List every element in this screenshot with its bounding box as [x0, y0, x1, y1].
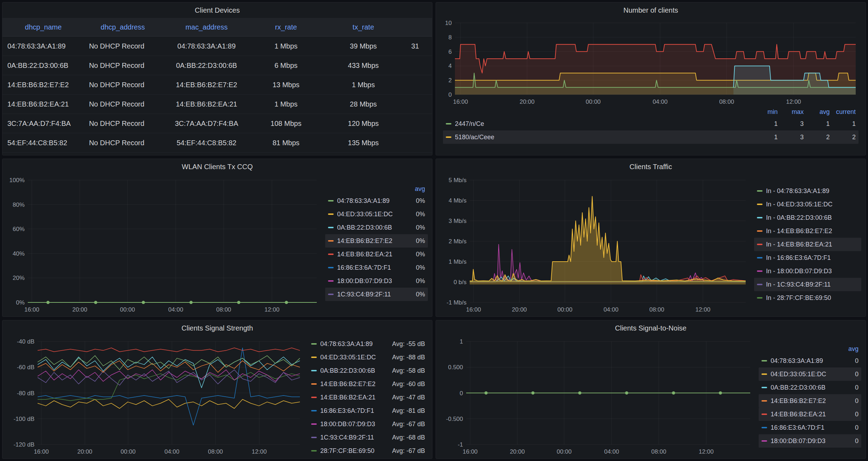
- series-label[interactable]: In - 28:7F:CF:BE:69:50: [766, 294, 831, 302]
- series-label[interactable]: 14:EB:B6:B2:EA:21: [771, 411, 826, 418]
- legend-row[interactable]: In - 1C:93:C4:B9:2F:11: [754, 278, 861, 291]
- number-of-clients-legend: minmaxavgcurrent2447/n/Ce13115180/ac/Cee…: [441, 107, 861, 144]
- legend-header-col[interactable]: avg: [840, 345, 859, 353]
- series-label[interactable]: 18:00:DB:07:D9:D3: [320, 421, 392, 428]
- legend-row[interactable]: In - 14:EB:B6:B2:EA:21: [754, 238, 861, 251]
- series-label[interactable]: 28:7F:CF:BE:69:50: [320, 447, 392, 455]
- x-axis-label: 00:00: [121, 448, 136, 455]
- legend-row[interactable]: 14:EB:B6:B2:E7:E2Avg: -60 dB: [308, 377, 428, 391]
- series-label[interactable]: In - 14:EB:B6:B2:E7:E2: [766, 228, 832, 235]
- series-label[interactable]: 16:86:E3:6A:7D:F1: [320, 407, 392, 415]
- series-label[interactable]: 16:86:E3:6A:7D:F1: [771, 424, 824, 431]
- legend-header-col[interactable]: current: [830, 108, 856, 116]
- panel-title-signal-strength[interactable]: Clients Signal Strength: [2, 320, 432, 336]
- series-label[interactable]: 2447/n/Ce: [455, 120, 484, 128]
- legend-row[interactable]: 16:86:E3:6A:7D:F1Avg: -81 dB: [308, 404, 428, 417]
- legend-row[interactable]: 1C:93:C4:B9:2F:11Avg: -68 dB: [308, 431, 428, 444]
- series-label[interactable]: 14:EB:B6:B2:EA:21: [337, 251, 392, 258]
- legend-row[interactable]: 16:86:E3:6A:7D:F10: [759, 421, 861, 434]
- legend-row[interactable]: 14:EB:B6:B2:EA:21Avg: -47 dB: [308, 391, 428, 404]
- legend-row[interactable]: 16:86:E3:6A:7D:F10%: [325, 261, 428, 274]
- legend-row[interactable]: 04:78:63:3A:A1:890: [759, 354, 861, 367]
- legend-row[interactable]: 14:EB:B6:B2:E7:E20%: [325, 234, 428, 248]
- panel-snr: Clients Signal-to-Noise -1-0.50000.50011…: [436, 320, 866, 459]
- legend-row[interactable]: 18:00:DB:07:D9:D3Avg: -67 dB: [308, 417, 428, 431]
- number-of-clients-chart[interactable]: 024681016:0020:0000:0004:0008:0012:00: [441, 18, 861, 107]
- table-header-cell[interactable]: dhcp_address: [84, 18, 161, 36]
- legend-header-col[interactable]: avg: [804, 108, 830, 116]
- legend-row[interactable]: In - 14:EB:B6:B2:E7:E2: [754, 224, 861, 238]
- legend-header-col[interactable]: max: [778, 108, 804, 116]
- series-label[interactable]: 14:EB:B6:B2:E7:E2: [337, 237, 392, 245]
- legend-row[interactable]: 0A:BB:22:D3:00:6B0%: [325, 221, 428, 234]
- clients-traffic-chart[interactable]: -1 Mb/s0 b/s1 Mb/s2 Mb/s3 Mb/s4 Mb/s5 Mb…: [438, 175, 751, 314]
- legend-row[interactable]: In - 04:ED:33:05:1E:DC: [754, 198, 861, 211]
- series-label[interactable]: 14:EB:B6:B2:E7:E2: [320, 380, 392, 388]
- series-label[interactable]: 04:78:63:3A:A1:89: [320, 340, 392, 348]
- legend-row[interactable]: In - 18:00:DB:07:D9:D3: [754, 264, 861, 278]
- series-label[interactable]: 1C:93:C4:B9:2F:11: [337, 291, 391, 298]
- series-label[interactable]: 5180/ac/Ceee: [455, 134, 494, 141]
- series-label[interactable]: 16:86:E3:6A:7D:F1: [337, 264, 391, 271]
- series-label[interactable]: In - 18:00:DB:07:D9:D3: [766, 268, 832, 275]
- series-label[interactable]: In - 04:78:63:3A:A1:89: [766, 187, 829, 195]
- series-label[interactable]: In - 14:EB:B6:B2:EA:21: [766, 241, 832, 248]
- legend-row[interactable]: 14:EB:B6:B2:EA:210: [759, 408, 861, 421]
- legend-row[interactable]: 14:EB:B6:B2:EA:210%: [325, 248, 428, 261]
- legend-row[interactable]: 18:00:DB:07:D9:D30%: [325, 274, 428, 288]
- signal-strength-chart[interactable]: -40 dB-60 dB-80 dB-100 dB-120 dB16:0020:…: [5, 337, 305, 456]
- series-label[interactable]: 04:ED:33:05:1E:DC: [771, 371, 826, 378]
- legend-row[interactable]: 18:00:DB:07:D9:D30: [759, 434, 861, 448]
- legend-row[interactable]: 0A:BB:22:D3:00:6BAvg: -58 dB: [308, 364, 428, 377]
- panel-title-number-of-clients[interactable]: Number of clients: [436, 2, 866, 18]
- table-header-cell[interactable]: [406, 18, 432, 36]
- legend-row[interactable]: 04:ED:33:05:1E:DC0: [759, 367, 861, 381]
- legend-row[interactable]: In - 28:7F:CF:BE:69:50: [754, 291, 861, 305]
- series-label[interactable]: 04:78:63:3A:A1:89: [337, 197, 390, 205]
- panel-title-clients-traffic[interactable]: Clients Traffic: [436, 159, 866, 174]
- table-header-cell[interactable]: mac_address: [161, 18, 252, 36]
- legend-row[interactable]: 04:ED:33:05:1E:DCAvg: -88 dB: [308, 351, 428, 364]
- panel-title-tx-ccq[interactable]: WLAN Clients Tx CCQ: [2, 159, 432, 174]
- series-label[interactable]: In - 1C:93:C4:B9:2F:11: [766, 281, 831, 288]
- legend-header-col[interactable]: avg: [405, 185, 425, 193]
- legend-row[interactable]: 0A:BB:22:D3:00:6B0: [759, 381, 861, 394]
- series-color-icon: [761, 387, 767, 388]
- snr-chart[interactable]: -1-0.50000.500116:0020:0000:0004:0008:00…: [438, 337, 755, 456]
- series-label[interactable]: 04:78:63:3A:A1:89: [771, 357, 823, 365]
- legend-row[interactable]: In - 16:86:E3:6A:7D:F1: [754, 251, 861, 264]
- legend-row[interactable]: 28:7F:CF:BE:69:50Avg: -67 dB: [308, 444, 428, 456]
- table-header-cell[interactable]: dhcp_name: [2, 18, 84, 36]
- series-label[interactable]: 18:00:DB:07:D9:D3: [337, 277, 392, 285]
- legend-row[interactable]: 04:ED:33:05:1E:DC0%: [325, 207, 428, 221]
- series-label[interactable]: 14:EB:B6:B2:E7:E2: [771, 397, 826, 405]
- series-label[interactable]: 04:ED:33:05:1E:DC: [337, 211, 393, 218]
- legend-row[interactable]: In - 04:78:63:3A:A1:89: [754, 184, 861, 198]
- legend-row[interactable]: 2447/n/Ce1311: [443, 117, 859, 130]
- panel-title-snr[interactable]: Clients Signal-to-Noise: [436, 320, 866, 336]
- legend-header-col[interactable]: min: [752, 108, 778, 116]
- series-label[interactable]: In - 04:ED:33:05:1E:DC: [766, 201, 832, 208]
- legend-row[interactable]: 04:78:63:3A:A1:89Avg: -55 dB: [308, 337, 428, 351]
- series-label[interactable]: 0A:BB:22:D3:00:6B: [320, 367, 392, 374]
- series-label[interactable]: 0A:BB:22:D3:00:6B: [337, 224, 392, 231]
- legend-row[interactable]: 1C:93:C4:B9:2F:110%: [325, 288, 428, 301]
- table-header-cell[interactable]: rx_rate: [252, 18, 321, 36]
- series-label[interactable]: 04:ED:33:05:1E:DC: [320, 354, 392, 361]
- x-axis-label: 20:00: [510, 448, 525, 455]
- legend-row[interactable]: 14:EB:B6:B2:E7:E20: [759, 394, 861, 408]
- series-label[interactable]: 0A:BB:22:D3:00:6B: [771, 384, 825, 391]
- legend-row[interactable]: 5180/ac/Ceee1322: [443, 130, 859, 144]
- tx-ccq-chart[interactable]: 0%20%40%60%80%100%16:0020:0000:0004:0008…: [5, 175, 322, 314]
- table-header-cell[interactable]: tx_rate: [320, 18, 406, 36]
- table-cell: 1 Mbps: [252, 37, 321, 56]
- series-point: [578, 391, 581, 395]
- series-label[interactable]: 1C:93:C4:B9:2F:11: [320, 434, 392, 441]
- series-label[interactable]: 18:00:DB:07:D9:D3: [771, 437, 825, 445]
- series-label[interactable]: In - 0A:BB:22:D3:00:6B: [766, 214, 832, 222]
- series-label[interactable]: In - 16:86:E3:6A:7D:F1: [766, 254, 831, 262]
- legend-row[interactable]: 04:78:63:3A:A1:890%: [325, 194, 428, 207]
- panel-title-client-devices[interactable]: Client Devices: [2, 2, 432, 18]
- legend-row[interactable]: In - 0A:BB:22:D3:00:6B: [754, 211, 861, 224]
- series-label[interactable]: 14:EB:B6:B2:EA:21: [320, 394, 392, 401]
